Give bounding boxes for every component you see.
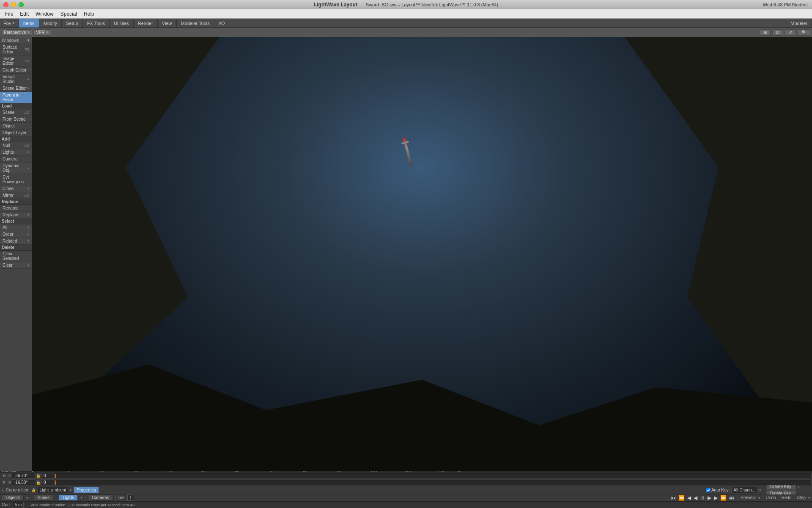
sidebar-item-camera[interactable]: Camera [0, 156, 32, 163]
sidebar-item-order[interactable]: Order ▾ [0, 231, 32, 238]
tab-fxtools[interactable]: FX Tools [83, 19, 110, 28]
clear-arrow-icon: ▾ [27, 263, 29, 267]
sidebar-item-rename[interactable]: Rename [0, 205, 32, 212]
modeler-button[interactable]: Modeler [786, 19, 812, 28]
transport-start[interactable]: ⏮ [670, 495, 677, 501]
tab-view[interactable]: View [158, 19, 177, 28]
obj-sep2 [56, 495, 56, 501]
svg-text:70: 70 [269, 471, 273, 472]
lights-arrow-icon: ▾ [27, 150, 29, 154]
transport-next-frame[interactable]: ▶ [713, 495, 719, 501]
transport-play-back[interactable]: ◀ [693, 495, 698, 501]
sidebar-item-graph-editor[interactable]: Graph Editor [0, 67, 32, 74]
sidebar-item-from-scene[interactable]: From Scene [0, 116, 32, 123]
cameras-tab[interactable]: Cameras [88, 494, 113, 501]
sidebar-item-mirror[interactable]: Mirror ⌥X [0, 192, 32, 199]
p-label[interactable]: P [1, 480, 8, 485]
tab-modify[interactable]: Modify [39, 19, 62, 28]
auto-key-checkbox[interactable]: Auto Key: [706, 488, 730, 492]
properties-button[interactable]: Properties [74, 487, 99, 493]
sidebar-item-scene-editor[interactable]: Scene Editor ▾ [0, 85, 32, 92]
current-item-value[interactable]: Light_ambient [38, 487, 69, 493]
sidebar-item-scene[interactable]: Scene ⌥O [0, 109, 32, 116]
viewport[interactable] [32, 37, 812, 471]
auto-key-dropdown-icon[interactable]: ▾ [759, 488, 761, 492]
sidebar-item-null[interactable]: Null ⌥N [0, 142, 32, 149]
sidebar-item-related[interactable]: Related ▾ [0, 238, 32, 245]
maximize-button[interactable] [19, 2, 24, 7]
auto-key-value[interactable]: All Chann... [731, 487, 757, 493]
transport-prev-key[interactable]: ⏪ [678, 495, 686, 501]
close-button[interactable] [3, 2, 8, 7]
rotation-value1[interactable]: -36.70° [12, 472, 35, 479]
frame-value1[interactable]: 0 [41, 472, 54, 479]
vpr-dropdown[interactable]: VPR ▼ [34, 29, 51, 36]
tab-utilities[interactable]: Utilities [110, 19, 133, 28]
sidebar-item-replace[interactable]: Replace ▾ [0, 212, 32, 218]
sidebar-item-lights[interactable]: Lights ▾ [0, 149, 32, 156]
preview-dropdown-icon[interactable]: ▾ [758, 496, 760, 500]
tab-modeler-tools[interactable]: Modeler Tools [177, 19, 214, 28]
grid-icon[interactable]: ⊞ [760, 29, 771, 36]
sidebar-group-replace: Replace [0, 199, 32, 205]
menu-window[interactable]: Window [32, 10, 57, 18]
lights-tab[interactable]: Lights [59, 494, 78, 501]
transport-prev-frame[interactable]: ◀ [686, 495, 692, 501]
menubar: File Edit Window Special Help [0, 9, 812, 19]
sidebar-item-all[interactable]: All ▾ [0, 224, 32, 231]
menu-special[interactable]: Special [57, 10, 80, 18]
h-label[interactable]: H [1, 474, 8, 478]
objects-tab[interactable]: Objects [2, 494, 24, 501]
sidebar-item-clear[interactable]: Clear ▾ [0, 262, 32, 269]
sidebar-item-surface-editor[interactable]: Surface Editor F5 [0, 44, 32, 55]
transport-stop[interactable]: ⏸ [699, 495, 706, 501]
lights-tab-plus-icon[interactable]: + [80, 496, 82, 500]
e-icon-2[interactable]: E [8, 480, 11, 485]
file-dropdown[interactable]: File ▼ [0, 19, 19, 28]
perspective-dropdown[interactable]: Perspective ▼ [2, 29, 32, 36]
menu-help[interactable]: Help [80, 10, 98, 18]
sidebar-item-object-layer[interactable]: Object Layer [0, 130, 32, 136]
sidebar-item-parent-in-place[interactable]: Parent in Place [0, 92, 32, 103]
objects-dropdown-icon[interactable]: ▾ [26, 496, 28, 500]
all-arrow-icon: ▾ [27, 226, 29, 229]
camera-icon[interactable]: ⊡ [772, 29, 783, 36]
rotation-row2: P E -16.50° 🔒 0 [0, 479, 812, 486]
tab-render[interactable]: Render [134, 19, 158, 28]
tab-io[interactable]: I/O [214, 19, 230, 28]
transport-play[interactable]: ▶ [707, 495, 712, 501]
svg-text:50: 50 [201, 471, 206, 472]
sidebar-item-cvt-powergons[interactable]: Cvt Powergons [0, 174, 32, 185]
rotation-value2[interactable]: -16.50° [12, 479, 35, 486]
status-bar: Grid: 5 m VPR render duration: 9.35 seco… [0, 501, 812, 508]
tab-items[interactable]: Items [19, 19, 39, 28]
timeline-bar-2[interactable] [55, 480, 811, 485]
menu-file[interactable]: File [2, 10, 16, 18]
tab-setup[interactable]: Setup [62, 19, 83, 28]
transport-end[interactable]: ⏭ [728, 495, 735, 501]
frame-value2[interactable]: 0 [41, 479, 54, 486]
lock-icon-2[interactable]: 🔒 [36, 480, 41, 485]
ci-e-icon[interactable]: E [2, 488, 4, 492]
lock-icon-1[interactable]: 🔒 [36, 474, 41, 478]
sidebar-item-dynamic-obj[interactable]: Dynamic Obj. ▾ [0, 163, 32, 174]
windows-dropdown[interactable]: Windows ▼ [0, 37, 32, 44]
menu-edit[interactable]: Edit [16, 10, 32, 18]
transport-next-key[interactable]: ⏩ [719, 495, 727, 501]
ci-lock-icon[interactable]: 🔒 [31, 488, 36, 492]
zoom-icon[interactable]: 🔍 [798, 29, 810, 36]
bones-tab[interactable]: Bones [34, 494, 53, 501]
step-dropdown-icon[interactable]: ▾ [808, 496, 810, 500]
auto-key-check[interactable] [706, 488, 710, 492]
expand-icon[interactable]: ⤢ [785, 29, 796, 36]
minimize-button[interactable] [11, 2, 16, 7]
sidebar-item-clone[interactable]: Clone ▾ [0, 185, 32, 192]
timeline-bar-1[interactable] [55, 473, 811, 478]
sidebar-item-image-editor[interactable]: Image Editor F6 [0, 55, 32, 67]
clock: Wed 6:43 PM [763, 2, 791, 7]
ci-dropdown-icon[interactable]: ▾ [70, 488, 72, 492]
sidebar-item-virtual-studio[interactable]: Virtual Studio ▾ [0, 74, 32, 85]
sidebar-item-object[interactable]: Object [0, 123, 32, 130]
sidebar-item-clear-selected[interactable]: Clear Selected [0, 251, 32, 262]
e-icon-1[interactable]: E [8, 474, 11, 478]
